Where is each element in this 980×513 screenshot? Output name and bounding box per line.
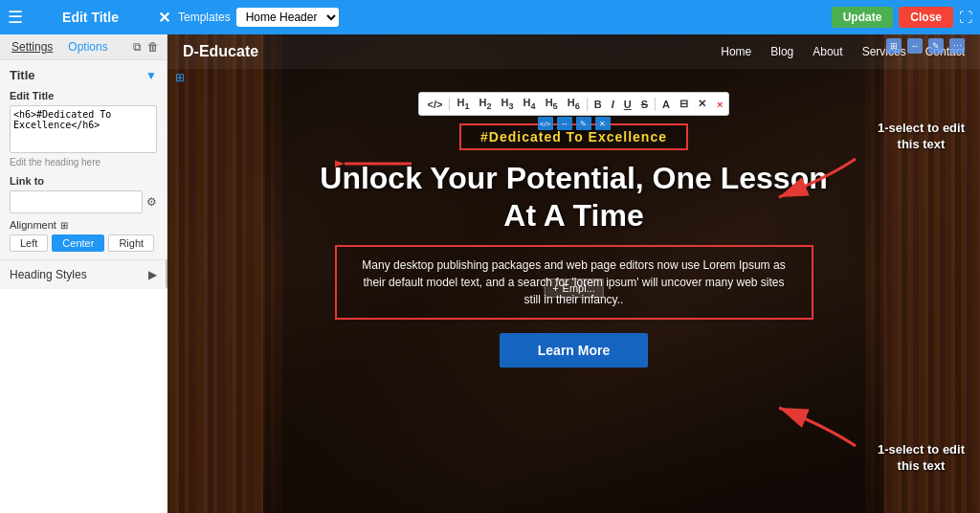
add-section-button[interactable]: + Empl...: [544, 279, 604, 298]
top-bar-center: Templates Home Header: [178, 8, 824, 27]
tb-align-btn[interactable]: ⊟: [677, 97, 691, 111]
canvas-background: ⊞ ↔ ✎ ⋯ ⊞ D-Educate Home Blog About Serv…: [167, 34, 980, 513]
left-panel: Settings Options ⧉ 🗑 Title ▼ Edit Title …: [0, 34, 167, 289]
canvas-top-icons: ⊞ ↔ ✎ ⋯: [886, 38, 965, 54]
link-to-row: ⚙: [10, 190, 157, 213]
left-panel-wrapper: Settings Options ⧉ 🗑 Title ▼ Edit Title …: [0, 34, 167, 513]
alignment-buttons: Left Center Right: [10, 234, 157, 252]
templates-select[interactable]: Home Header: [236, 8, 339, 27]
copy-icon[interactable]: ⧉: [133, 40, 142, 54]
tb-sep-3: [655, 98, 656, 111]
heading-styles-arrow: ▶: [148, 268, 157, 281]
tb-sep-1: [449, 98, 450, 111]
edit-icons-row: </> ↔ ✎ ✕: [538, 117, 611, 130]
more-icon[interactable]: ⋯: [949, 38, 965, 54]
link-to-label: Link to: [10, 175, 157, 187]
learn-more-button[interactable]: Learn More: [500, 333, 648, 368]
top-bar: ☰ Edit Title ✕ Templates Home Header Upd…: [0, 0, 980, 34]
red-arrow-left: [335, 145, 421, 183]
site-header: D-Educate Home Blog About Services Conta…: [167, 34, 980, 69]
panel-tabs: Settings Options ⧉ 🗑: [0, 34, 167, 60]
title-section: Title ▼ Edit Title <h6>#Dedicated To Exc…: [0, 60, 167, 260]
section-title-label: Title: [10, 68, 35, 82]
delete-icon[interactable]: 🗑: [147, 40, 159, 54]
plus-icon: +: [552, 282, 558, 294]
panel-icons: ⧉ 🗑: [133, 40, 159, 54]
tb-h5-btn[interactable]: H5: [543, 96, 561, 112]
tb-h3-btn[interactable]: H3: [499, 96, 517, 112]
annotation-bottom-right: 1-select to editthis text: [878, 442, 965, 475]
nav-blog[interactable]: Blog: [770, 45, 793, 58]
grid-icon[interactable]: ⊞: [886, 38, 902, 54]
align-right-button[interactable]: Right: [108, 234, 154, 252]
edit-title-label: Edit Title: [10, 90, 157, 101]
update-button[interactable]: Update: [832, 7, 894, 28]
fullscreen-icon[interactable]: ⛶: [959, 10, 972, 25]
tb-code-btn[interactable]: </>: [425, 98, 446, 111]
canvas-grid-icon: ⊞: [175, 71, 185, 84]
tb-color-btn[interactable]: A: [659, 98, 673, 111]
top-bar-right: Update Close ⛶: [832, 7, 972, 28]
move-icon[interactable]: ↔: [907, 38, 923, 54]
edit-close-icon[interactable]: ✕: [595, 117, 611, 130]
tb-close-btn[interactable]: ×: [717, 99, 723, 110]
site-logo: D-Educate: [183, 43, 258, 60]
tb-italic-btn[interactable]: I: [609, 98, 617, 111]
nav-about[interactable]: About: [813, 45, 842, 58]
canvas-area: ⊞ ↔ ✎ ⋯ ⊞ D-Educate Home Blog About Serv…: [167, 34, 980, 513]
section-title-row: Title ▼: [10, 68, 157, 82]
link-to-input[interactable]: [10, 190, 143, 213]
section-arrow: ▼: [145, 69, 157, 82]
heading-styles-label: Heading Styles: [10, 268, 87, 281]
tb-sep-2: [587, 98, 588, 111]
tb-underline-btn[interactable]: U: [621, 98, 635, 111]
tab-options[interactable]: Options: [64, 38, 111, 56]
panel-title: Edit Title: [31, 10, 150, 25]
align-center-button[interactable]: Center: [52, 234, 104, 252]
close-button[interactable]: Close: [899, 7, 953, 28]
tb-h6-btn[interactable]: H6: [565, 96, 583, 112]
nav-home[interactable]: Home: [721, 45, 751, 58]
annotation-top-right: 1-select to editthis text: [878, 121, 965, 153]
text-editor-toolbar: </> H1 H2 H3 H4 H5 H6 B I U S A ⊟ ✕: [418, 92, 730, 116]
alignment-label: Alignment ⊞: [10, 219, 157, 231]
close-panel-button[interactable]: ✕: [158, 9, 170, 27]
alignment-section: Alignment ⊞ Left Center Right: [10, 219, 157, 252]
top-bar-left: ☰ Edit Title ✕: [8, 7, 170, 28]
tb-h1-btn[interactable]: H1: [454, 96, 472, 112]
edit-icon[interactable]: ✎: [928, 38, 944, 54]
edit-pen-icon[interactable]: ✎: [576, 117, 591, 130]
edit-heading-hint: Edit the heading here: [10, 157, 157, 167]
tb-strike-btn[interactable]: S: [638, 98, 651, 111]
tb-clear-btn[interactable]: ✕: [695, 97, 709, 111]
edit-code-icon[interactable]: </>: [538, 117, 553, 130]
red-arrow-bottom-right: [750, 398, 865, 456]
main-layout: Settings Options ⧉ 🗑 Title ▼ Edit Title …: [0, 34, 980, 513]
tab-settings[interactable]: Settings: [8, 38, 56, 56]
edit-move-icon[interactable]: ↔: [557, 117, 572, 130]
heading-styles-row[interactable]: Heading Styles ▶: [0, 260, 167, 289]
tb-bold-btn[interactable]: B: [591, 98, 605, 111]
link-gear-button[interactable]: ⚙: [146, 195, 157, 209]
tb-h2-btn[interactable]: H2: [477, 96, 495, 112]
add-section-label: Empl...: [563, 282, 595, 294]
align-left-button[interactable]: Left: [10, 234, 48, 252]
tb-h4-btn[interactable]: H4: [521, 96, 539, 112]
templates-label: Templates: [178, 11, 231, 24]
edit-title-textarea[interactable]: <h6>#Dedicated To Excellence</h6>: [10, 105, 157, 153]
red-arrow-top-right: [750, 149, 865, 207]
hamburger-icon[interactable]: ☰: [8, 7, 23, 28]
